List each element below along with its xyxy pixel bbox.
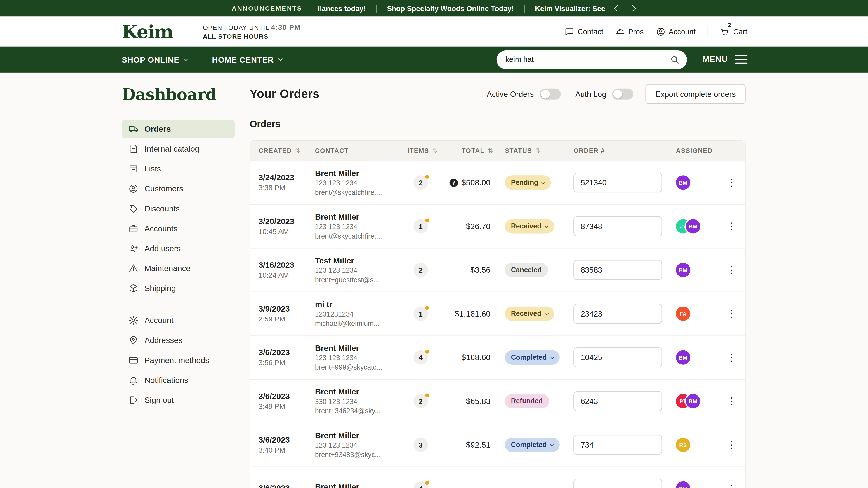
row-menu-button[interactable]: ⋮ — [723, 306, 739, 321]
sort-icon: ⇅ — [432, 147, 438, 154]
sidebar-item-addresses[interactable]: Addresses — [122, 331, 235, 350]
column-header-status[interactable]: STATUS⇅ — [505, 147, 574, 154]
order-number-input[interactable] — [574, 304, 662, 324]
notification-dot-icon — [425, 393, 430, 398]
menu-button[interactable]: MENU — [703, 55, 747, 64]
cart-link[interactable]: 2 Cart — [720, 27, 747, 36]
announcement-item[interactable]: Shop Specialty Woods Online Today! — [387, 4, 514, 12]
column-header-items[interactable]: ITEMS⇅ — [407, 147, 462, 154]
sidebar-item-internal-catalog[interactable]: Internal catalog — [122, 139, 235, 158]
sidebar-item-accounts[interactable]: Accounts — [122, 219, 235, 238]
row-menu-button[interactable]: ⋮ — [723, 482, 739, 488]
sidebar-item-sign-out[interactable]: Sign out — [122, 391, 235, 410]
sidebar-item-account[interactable]: Account — [122, 311, 235, 330]
cart-icon — [720, 27, 730, 36]
status-cell: Completed — [505, 437, 574, 452]
order-number-input[interactable] — [574, 260, 662, 280]
bell-icon — [128, 375, 138, 385]
status-badge[interactable]: Completed — [505, 350, 559, 365]
status-badge[interactable]: Canceled — [505, 263, 548, 277]
avatar[interactable]: BM — [676, 263, 690, 277]
contact-name: Brent Miller — [315, 431, 407, 440]
pros-link[interactable]: Pros — [616, 27, 644, 36]
search-input[interactable] — [497, 50, 687, 69]
order-number-input[interactable] — [574, 391, 662, 411]
order-row: 3/9/2023 2:59 PM mi tr 1231231234 michae… — [250, 292, 745, 335]
status-badge[interactable]: Received — [505, 219, 554, 234]
contact-email: brent@skycatchfire.... — [315, 189, 403, 196]
total-cell: i $508.00 — [462, 178, 505, 187]
total-cell: i $168.60 — [462, 353, 505, 362]
contact-cell: Brent Miller — [315, 483, 407, 488]
row-menu-button[interactable]: ⋮ — [723, 437, 739, 452]
assigned-cell: BM — [676, 350, 725, 365]
items-count: 1 — [413, 219, 428, 234]
sidebar-item-lists[interactable]: Lists — [122, 159, 235, 178]
announcement-prev-button[interactable] — [614, 5, 621, 11]
keim-logo[interactable]: Keim — [122, 22, 173, 41]
sidebar-item-maintenance[interactable]: Maintenance — [122, 259, 235, 278]
order-number-cell — [574, 435, 676, 455]
announcement-item[interactable]: liances today! — [318, 4, 366, 12]
row-menu-button[interactable]: ⋮ — [723, 350, 739, 365]
account-link[interactable]: Account — [656, 27, 695, 36]
avatar[interactable]: BM — [676, 350, 690, 365]
order-total: $1,181.60 — [455, 309, 491, 318]
avatar[interactable]: BM — [686, 394, 700, 409]
order-row: 3/6/2023 3:56 PM Brent Miller 123 123 12… — [250, 335, 745, 379]
truck-icon — [128, 124, 138, 134]
order-number-input[interactable] — [574, 435, 662, 455]
sidebar-item-shipping[interactable]: Shipping — [122, 279, 235, 297]
search-icon[interactable] — [670, 55, 680, 64]
active-orders-toggle[interactable] — [540, 89, 561, 100]
actions-cell: ⋮ — [725, 394, 738, 409]
notification-dot-icon — [425, 305, 430, 311]
order-number-input[interactable] — [574, 173, 662, 193]
all-store-hours-link[interactable]: ALL STORE HOURS — [203, 33, 301, 40]
contact-link[interactable]: Contact — [565, 27, 603, 36]
status-badge[interactable]: Pending — [505, 175, 551, 190]
sidebar-item-orders[interactable]: Orders — [122, 120, 235, 138]
contact-phone: 330 123 1234 — [315, 398, 403, 405]
created-cell: 3/6/2023 — [258, 483, 315, 488]
status-badge[interactable]: Received — [505, 306, 554, 321]
items-count: 2 — [413, 394, 428, 409]
avatar[interactable]: BM — [686, 219, 700, 234]
order-number-input[interactable] — [574, 348, 662, 367]
order-number-input[interactable] — [574, 479, 662, 488]
avatar[interactable]: BM — [676, 175, 690, 190]
nav-shop-online[interactable]: SHOP ONLINE — [122, 55, 188, 64]
order-total: $92.51 — [466, 440, 491, 449]
assigned-cell: BM — [676, 263, 725, 277]
cart-count-badge: 2 — [727, 21, 731, 28]
info-icon[interactable]: i — [450, 178, 458, 187]
order-created-time: 10:45 AM — [258, 228, 315, 236]
chevron-down-icon — [541, 180, 546, 184]
sidebar-item-notifications[interactable]: Notifications — [122, 371, 235, 390]
sidebar-item-add-users[interactable]: Add users — [122, 239, 235, 258]
sidebar-item-customers[interactable]: Customers — [122, 179, 235, 198]
announcement-item[interactable]: Keim Visualizer: See — [535, 4, 605, 12]
status-badge[interactable]: Completed — [505, 437, 559, 452]
avatar[interactable]: FA — [676, 306, 690, 321]
avatar[interactable]: BM — [676, 482, 690, 488]
status-badge[interactable]: Refunded — [505, 394, 549, 409]
sidebar-item-payment-methods[interactable]: Payment methods — [122, 351, 235, 369]
avatar[interactable]: RS — [676, 437, 690, 452]
column-header-total[interactable]: TOTAL⇅ — [462, 147, 505, 154]
row-menu-button[interactable]: ⋮ — [723, 263, 739, 277]
export-orders-button[interactable]: Export complete orders — [646, 84, 746, 104]
nav-home-center[interactable]: HOME CENTER — [212, 55, 282, 64]
chevron-down-icon — [550, 355, 554, 359]
row-menu-button[interactable]: ⋮ — [723, 394, 739, 409]
order-number-input[interactable] — [574, 217, 662, 236]
row-menu-button[interactable]: ⋮ — [723, 219, 739, 234]
column-header-created[interactable]: CREATED⇅ — [258, 147, 315, 154]
contact-email: brent+93483@skyc... — [315, 451, 403, 459]
actions-cell: ⋮ — [725, 263, 738, 277]
auth-log-toggle[interactable] — [612, 89, 633, 100]
contact-cell: Brent Miller 123 123 1234 brent@skycatch… — [315, 213, 407, 240]
announcement-next-button[interactable] — [629, 5, 636, 11]
row-menu-button[interactable]: ⋮ — [723, 175, 739, 190]
sidebar-item-discounts[interactable]: Discounts — [122, 199, 235, 218]
